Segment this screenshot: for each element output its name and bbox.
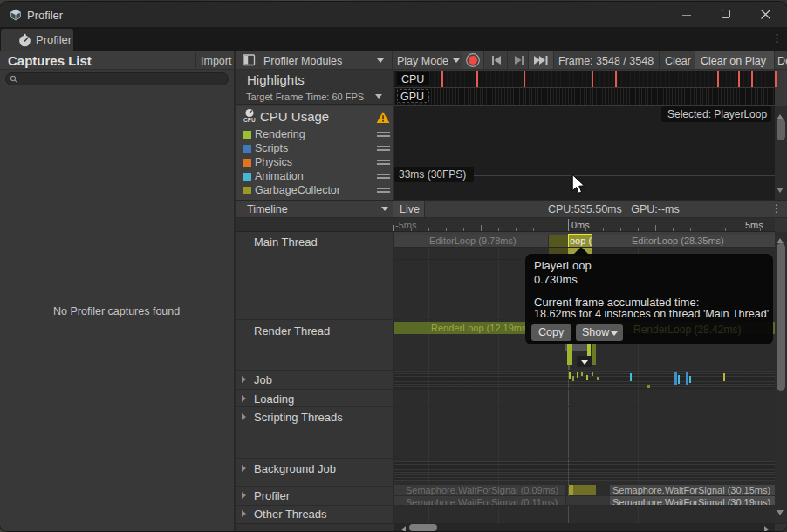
svg-text:CPU: CPU	[243, 117, 256, 123]
